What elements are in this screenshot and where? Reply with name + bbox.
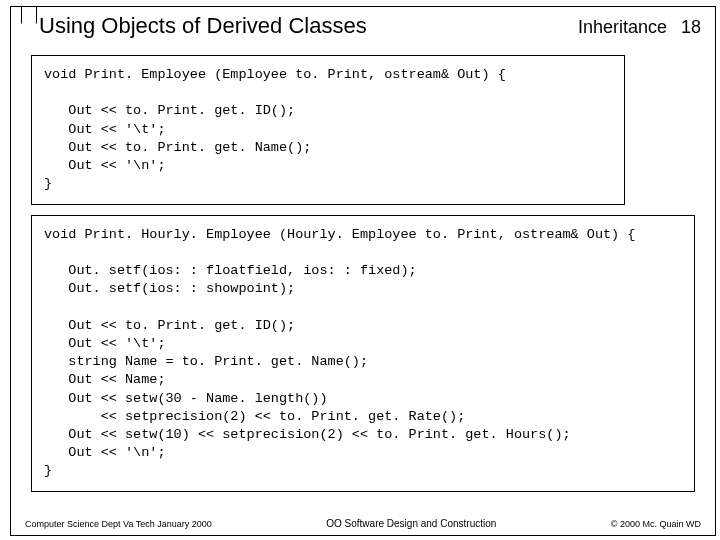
footer-mid: OO Software Design and Construction [212, 518, 611, 529]
header-right: Inheritance 18 [578, 17, 701, 38]
code-box-2: void Print. Hourly. Employee (Hourly. Em… [31, 215, 695, 492]
page-number: 18 [681, 17, 701, 38]
footer-left: Computer Science Dept Va Tech January 20… [25, 519, 212, 529]
slide-header: Using Objects of Derived Classes Inherit… [11, 7, 715, 49]
slide-tab [21, 6, 37, 24]
slide-frame: Using Objects of Derived Classes Inherit… [10, 6, 716, 536]
code-listing-1: void Print. Employee (Employee to. Print… [44, 66, 612, 194]
footer-right: © 2000 Mc. Quain WD [611, 519, 701, 529]
code-box-1: void Print. Employee (Employee to. Print… [31, 55, 625, 205]
slide-footer: Computer Science Dept Va Tech January 20… [25, 518, 701, 529]
category-label: Inheritance [578, 17, 667, 38]
slide-title: Using Objects of Derived Classes [39, 13, 367, 39]
code-listing-2: void Print. Hourly. Employee (Hourly. Em… [44, 226, 682, 481]
